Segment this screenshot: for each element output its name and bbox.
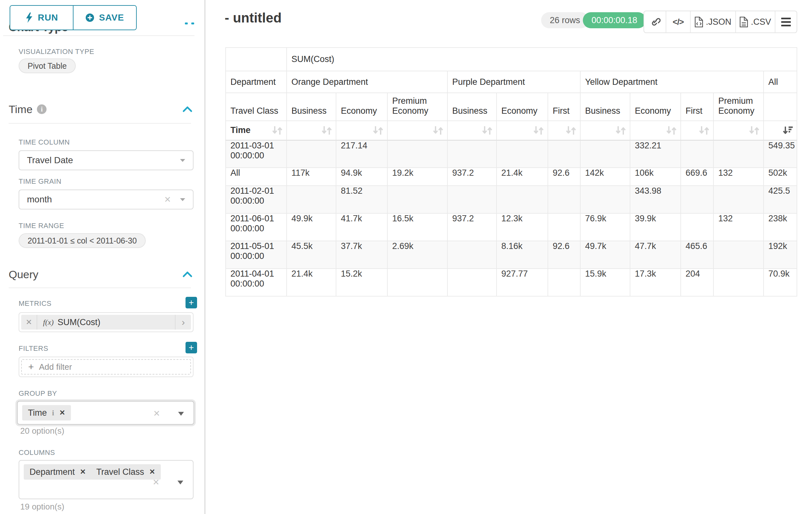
column-sort-header[interactable] xyxy=(287,121,336,140)
column-sort-header[interactable] xyxy=(681,121,714,140)
menu-button[interactable] xyxy=(775,11,796,32)
column-sort-header[interactable] xyxy=(580,121,630,140)
row-axis-sort-header[interactable]: Time xyxy=(226,121,287,140)
pivot-cell: 192k xyxy=(763,241,797,269)
pivot-cell xyxy=(681,213,714,241)
divider xyxy=(3,35,195,36)
pivot-table: SUM(Cost)DepartmentOrange DepartmentPurp… xyxy=(225,47,797,297)
save-button[interactable]: SAVE xyxy=(74,6,136,30)
pivot-cell xyxy=(548,186,580,213)
column-sort-header[interactable] xyxy=(714,121,763,140)
chevron-up-icon[interactable] xyxy=(182,106,193,112)
add-filter-dropzone[interactable]: + Add filter xyxy=(21,359,191,375)
pivot-cell: 21.4k xyxy=(287,269,336,296)
pivot-cell xyxy=(496,140,548,168)
sort-icon xyxy=(615,126,627,135)
column-sort-header[interactable] xyxy=(630,121,681,140)
plus-icon: + xyxy=(28,361,34,372)
time-range-pill[interactable]: 2011-01-01 ≤ col < 2011-06-30 xyxy=(19,233,146,248)
pivot-cell xyxy=(681,186,714,213)
columns-select[interactable]: Department ✕ Travel Class ✕ ✕ xyxy=(19,460,194,499)
pivot-cell: 217.14 xyxy=(336,140,387,168)
sort-icon xyxy=(698,126,710,135)
metrics-label: METRICS xyxy=(19,299,52,308)
pivot-cell xyxy=(447,269,496,296)
code-icon: </> xyxy=(673,17,684,27)
chart-title[interactable]: - untitled xyxy=(225,10,282,26)
pivot-row: All117k94.9k19.2k937.221.4k92.6142k106k6… xyxy=(226,168,797,186)
row-header: 2011-03-01 00:00:00 xyxy=(226,140,287,168)
clear-icon[interactable]: ✕ xyxy=(153,409,160,418)
pivot-cell xyxy=(447,241,496,269)
pivot-cell: 16.5k xyxy=(387,213,447,241)
add-metric-button[interactable]: + xyxy=(185,297,197,308)
export-json-button[interactable]: .JSON xyxy=(691,11,736,32)
sort-icon xyxy=(482,126,493,135)
travel-class-header: First xyxy=(548,93,580,121)
pivot-cell: 937.2 xyxy=(447,213,496,241)
department-group-header: Orange Department xyxy=(287,71,447,93)
panel-resize-dot[interactable] xyxy=(185,23,188,24)
metrics-control: ✕ f(x) SUM(Cost) › xyxy=(19,312,194,332)
add-filter-button[interactable]: + xyxy=(185,342,197,353)
pivot-cell: 132 xyxy=(714,168,763,186)
metric-pill[interactable]: ✕ f(x) SUM(Cost) › xyxy=(21,315,191,330)
pivot-cell: 12.3k xyxy=(496,213,548,241)
caret-down-icon[interactable] xyxy=(177,481,183,484)
pivot-cell: 2.69k xyxy=(387,241,447,269)
caret-down-icon xyxy=(180,159,185,162)
pivot-cell xyxy=(548,213,580,241)
column-sort-header[interactable] xyxy=(336,121,387,140)
row-count-badge: 26 rows xyxy=(541,12,589,28)
embed-code-button[interactable]: </> xyxy=(666,11,691,32)
group-by-chip[interactable]: Time i ✕ xyxy=(22,405,71,421)
columns-chip[interactable]: Travel Class ✕ xyxy=(90,464,161,480)
pivot-cell xyxy=(387,269,447,296)
row-header: 2011-06-01 00:00:00 xyxy=(226,213,287,241)
time-column-select[interactable]: Travel Date xyxy=(19,150,194,170)
time-grain-select[interactable]: month ✕ xyxy=(19,190,194,210)
pivot-cell: 425.5 xyxy=(763,186,797,213)
time-section-header: Time i xyxy=(9,102,193,116)
pivot-cell xyxy=(714,269,763,296)
pivot-cell xyxy=(714,241,763,269)
clear-icon[interactable]: ✕ xyxy=(164,195,171,205)
run-button[interactable]: RUN xyxy=(10,6,74,30)
remove-metric-icon[interactable]: ✕ xyxy=(21,315,37,330)
sort-icon xyxy=(565,126,577,135)
link-icon xyxy=(649,17,661,27)
pivot-cell: 37.7k xyxy=(336,241,387,269)
export-csv-button[interactable]: .CSV xyxy=(736,11,775,32)
pivot-cell: 92.6 xyxy=(548,168,580,186)
query-section-header: Query xyxy=(9,267,193,281)
chevron-right-icon[interactable]: › xyxy=(175,315,191,330)
column-sort-header[interactable] xyxy=(548,121,580,140)
column-sort-header[interactable] xyxy=(387,121,447,140)
travel-class-header: Economy xyxy=(496,93,548,121)
pivot-cell: 15.9k xyxy=(580,269,630,296)
remove-chip-icon[interactable]: ✕ xyxy=(59,409,65,417)
columns-chip[interactable]: Department ✕ xyxy=(24,464,92,480)
plus-circle-icon xyxy=(85,13,94,22)
pivot-cell: 15.2k xyxy=(336,269,387,296)
group-by-select[interactable]: Time i ✕ ✕ xyxy=(17,401,194,425)
column-sort-header[interactable] xyxy=(763,121,797,140)
remove-chip-icon[interactable]: ✕ xyxy=(80,468,86,476)
panel-resize-dot[interactable] xyxy=(191,23,194,24)
copy-link-button[interactable] xyxy=(644,11,666,32)
pivot-cell: 465.6 xyxy=(681,241,714,269)
caret-down-icon[interactable] xyxy=(178,412,184,416)
chevron-up-icon[interactable] xyxy=(182,271,193,277)
visualization-type-pill[interactable]: Pivot Table xyxy=(19,58,76,73)
travel-class-header: Business xyxy=(287,93,336,121)
column-sort-header[interactable] xyxy=(496,121,548,140)
row-header: 2011-02-01 00:00:00 xyxy=(226,186,287,213)
columns-label: COLUMNS xyxy=(19,449,55,457)
clear-icon[interactable]: ✕ xyxy=(152,477,160,487)
remove-chip-icon[interactable]: ✕ xyxy=(149,468,155,476)
pivot-cell: 70.9k xyxy=(763,269,797,296)
travel-class-header: Business xyxy=(580,93,630,121)
pivot-table-container: SUM(Cost)DepartmentOrange DepartmentPurp… xyxy=(225,47,797,297)
column-sort-header[interactable] xyxy=(447,121,496,140)
pivot-row: 2011-03-01 00:00:00217.14332.21549.35 xyxy=(226,140,797,168)
